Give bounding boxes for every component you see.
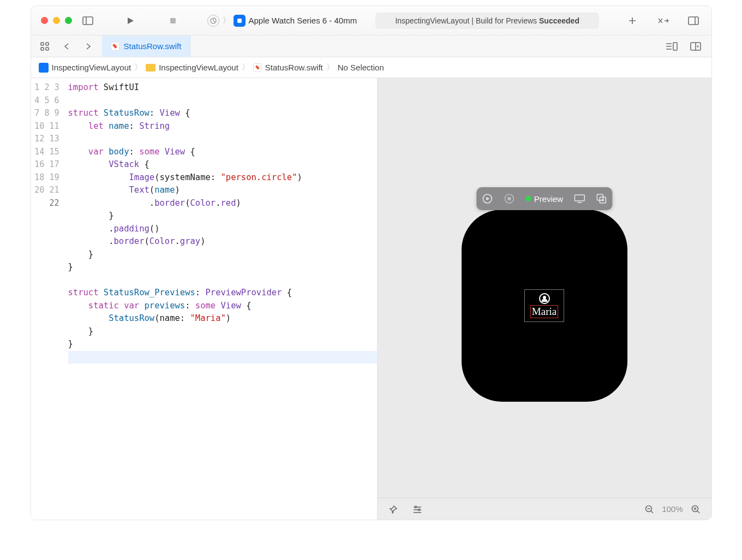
toolbar-top: 〉 Apple Watch Series 6 - 40mm Inspecting… [31,6,711,35]
svg-rect-10 [689,17,698,25]
preview-indicator: Preview [525,194,563,204]
path-folder: InspectingViewLayout [159,63,238,72]
svg-rect-12 [41,43,44,45]
tab-filename: StatusRow.swift [124,41,182,51]
related-items-icon[interactable] [37,39,53,53]
svg-rect-19 [673,43,677,50]
zoom-out-icon[interactable] [641,502,657,516]
path-file: StatusRow.swift [265,63,323,72]
run-button[interactable] [122,14,139,28]
chevron-right-icon: 〉 [242,62,250,73]
svg-rect-15 [46,47,49,50]
add-button[interactable] [624,14,641,28]
activity-viewer[interactable]: InspectingViewLayout | Build for Preview… [375,13,599,29]
status-dot-green [525,196,531,201]
svg-rect-0 [83,17,93,25]
path-selection: No Selection [338,63,384,72]
swift-file-icon [253,63,262,72]
svg-point-35 [415,506,416,508]
minimize-window[interactable] [53,17,60,24]
swift-file-icon [111,42,119,51]
back-button[interactable] [58,39,75,53]
tab-statusrow[interactable]: StatusRow.swift [102,35,191,57]
toggle-inspectors-icon[interactable] [685,14,702,28]
status-sep: | [471,16,474,25]
chevron-right-icon: 〉 [326,62,334,73]
watch-device-frame: Maria [463,211,626,401]
preview-settings-icon[interactable] [409,502,426,516]
zoom-window[interactable] [65,17,72,24]
status-project: InspectingViewLayout [395,16,469,25]
path-project: InspectingViewLayout [52,63,131,72]
svg-line-43 [697,511,699,513]
jump-bar[interactable]: InspectingViewLayout 〉 InspectingViewLay… [31,57,711,78]
device-settings-icon[interactable] [574,193,585,204]
pin-preview-icon[interactable] [385,502,402,516]
source-editor[interactable]: 1 2 3 4 5 6 7 8 9 10 11 12 13 14 15 16 1… [31,78,378,520]
canvas-toolbar: Preview [476,187,612,210]
zoom-label: 100% [662,504,683,514]
chevron-right-icon: 〉 [223,16,230,26]
xcode-window: 〉 Apple Watch Series 6 - 40mm Inspecting… [31,5,712,520]
code-review-icon[interactable] [655,14,671,28]
watch-app-icon [234,15,246,27]
svg-rect-7 [237,19,242,23]
svg-line-40 [651,511,653,513]
toggle-navigator-icon[interactable] [80,14,96,28]
preview-content-bordergray: Maria [524,289,564,322]
preview-text-borderred: Maria [530,305,558,318]
svg-rect-14 [41,47,44,50]
folder-icon [146,64,155,72]
svg-rect-28 [575,195,584,201]
zoom-in-icon[interactable] [687,502,704,516]
duplicate-preview-icon[interactable] [596,193,607,204]
line-gutter: 1 2 3 4 5 6 7 8 9 10 11 12 13 14 15 16 1… [31,78,65,520]
selectable-preview-icon[interactable] [504,193,514,204]
add-editor-icon[interactable] [687,39,704,53]
chevron-right-icon: 〉 [134,62,142,73]
svg-line-6 [213,21,215,22]
tab-bar: StatusRow.swift [31,35,711,57]
person-circle-icon [539,293,550,304]
svg-marker-2 [128,17,134,24]
scheme-selector[interactable]: 〉 Apple Watch Series 6 - 40mm [207,15,357,27]
scheme-device-label: Apple Watch Series 6 - 40mm [249,16,357,25]
code-text[interactable]: import SwiftUI struct StatusRow: View { … [65,78,377,520]
toolbar-right-group [624,14,702,28]
preview-canvas: Preview Maria [378,78,711,520]
stop-button[interactable] [165,14,181,28]
live-preview-icon[interactable] [482,193,493,204]
adjust-editor-options-icon[interactable] [663,39,680,53]
forward-button[interactable] [80,39,97,53]
svg-rect-13 [46,43,49,45]
close-window[interactable] [41,17,48,24]
canvas-footer: 100% [378,498,711,520]
main-split: 1 2 3 4 5 6 7 8 9 10 11 12 13 14 15 16 1… [31,78,711,520]
svg-rect-3 [170,18,176,23]
preview-label: Preview [534,194,563,204]
traffic-lights [41,17,72,24]
canvas-area[interactable]: Preview Maria [378,78,711,498]
svg-point-37 [418,509,420,510]
status-result: Succeeded [539,16,579,25]
status-action: Build for Previews [476,16,537,25]
project-icon [39,63,49,73]
scheme-target-icon [207,15,219,27]
svg-marker-25 [486,197,489,200]
svg-rect-27 [507,197,511,200]
